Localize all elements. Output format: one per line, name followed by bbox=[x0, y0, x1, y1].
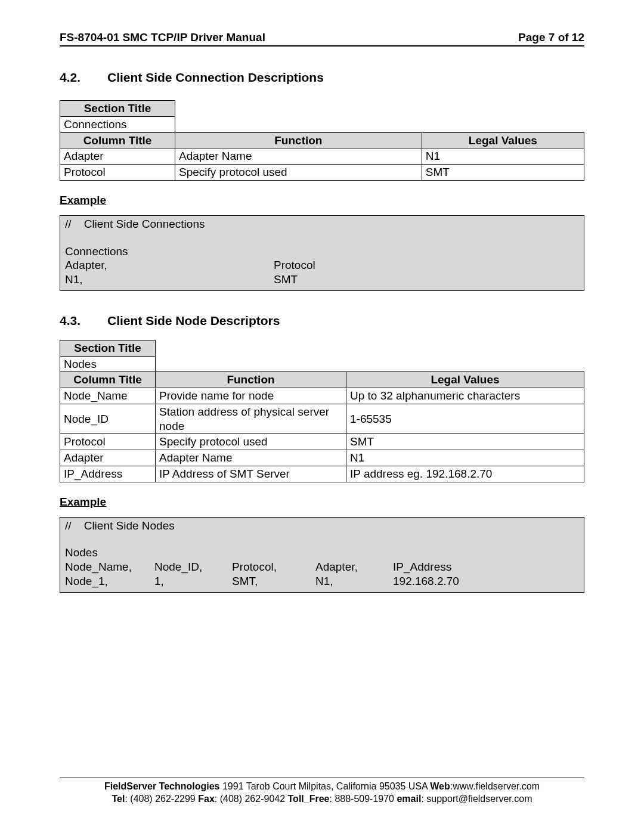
example-value: SMT bbox=[274, 272, 453, 287]
example-value: Node_1, bbox=[65, 574, 154, 589]
footer-tel-label: Tel bbox=[112, 794, 125, 804]
cell: Adapter bbox=[60, 450, 156, 466]
example-value: N1, bbox=[315, 574, 393, 589]
example-header: Node_Name, bbox=[65, 560, 154, 574]
cell: IP address eg. 192.168.2.70 bbox=[346, 466, 584, 482]
col-header-function: Function bbox=[175, 132, 422, 148]
example-comment: // Client Side Connections bbox=[65, 217, 579, 231]
cell: Provide name for node bbox=[156, 388, 346, 404]
cell: Node_Name bbox=[60, 388, 156, 404]
cell: SMT bbox=[346, 434, 584, 450]
cell: Protocol bbox=[60, 434, 156, 450]
nodes-definition-table: Section Title Nodes Column Title Functio… bbox=[60, 340, 584, 482]
col-header-legal-values: Legal Values bbox=[422, 132, 584, 148]
footer-company: FieldServer Technologies bbox=[104, 781, 220, 791]
section-number: 4.2. bbox=[60, 70, 107, 85]
cell: IP Address of SMT Server bbox=[156, 466, 346, 482]
example-header: Protocol bbox=[274, 258, 453, 272]
example-value: N1, bbox=[65, 272, 274, 287]
example-header: Adapter, bbox=[315, 560, 393, 574]
table-row: Node_Name Provide name for node Up to 32… bbox=[60, 388, 584, 404]
col-header-function: Function bbox=[156, 372, 346, 388]
page-footer: FieldServer Technologies 1991 Tarob Cour… bbox=[60, 778, 584, 806]
footer-email-label: email bbox=[397, 794, 421, 804]
section-title: Client Side Connection Descriptions bbox=[107, 70, 324, 85]
footer-web-label: Web bbox=[430, 781, 450, 791]
cell: Adapter Name bbox=[175, 148, 422, 165]
example-value: 1, bbox=[154, 574, 232, 589]
cell: Station address of physical server node bbox=[156, 404, 346, 434]
example-heading: Example bbox=[60, 194, 584, 207]
section-heading-4-3: 4.3. Client Side Node Descriptors bbox=[60, 314, 584, 328]
cell: N1 bbox=[346, 450, 584, 466]
example-header: Node_ID, bbox=[154, 560, 232, 574]
cell: 1-65535 bbox=[346, 404, 584, 434]
table-row: Node_ID Station address of physical serv… bbox=[60, 404, 584, 434]
cell: IP_Address bbox=[60, 466, 156, 482]
footer-toll-label: Toll_Free bbox=[288, 794, 330, 804]
section-title-value: Nodes bbox=[60, 356, 156, 372]
section-title-header: Section Title bbox=[60, 340, 156, 356]
example-value: 192.168.2.70 bbox=[393, 574, 579, 589]
connections-example-box: // Client Side Connections Connections A… bbox=[60, 215, 584, 291]
section-title: Client Side Node Descriptors bbox=[107, 314, 280, 328]
table-row: IP_Address IP Address of SMT Server IP a… bbox=[60, 466, 584, 482]
section-heading-4-2: 4.2. Client Side Connection Descriptions bbox=[60, 70, 584, 85]
page-number: Page 7 of 12 bbox=[518, 31, 584, 44]
example-section: Nodes bbox=[65, 546, 579, 560]
cell: Specify protocol used bbox=[156, 434, 346, 450]
example-comment: // Client Side Nodes bbox=[65, 519, 579, 533]
cell: Node_ID bbox=[60, 404, 156, 434]
example-header: Protocol, bbox=[232, 560, 315, 574]
page-header: FS-8704-01 SMC TCP/IP Driver Manual Page… bbox=[60, 31, 584, 47]
cell: Adapter Name bbox=[156, 450, 346, 466]
section-title-header: Section Title bbox=[60, 101, 175, 117]
col-header-column-title: Column Title bbox=[60, 372, 156, 388]
cell: Protocol bbox=[60, 165, 175, 181]
example-heading: Example bbox=[60, 496, 584, 509]
table-row: Adapter Adapter Name N1 bbox=[60, 450, 584, 466]
footer-address: 1991 Tarob Court Milpitas, California 95… bbox=[220, 781, 431, 791]
table-row: Protocol Specify protocol used SMT bbox=[60, 434, 584, 450]
connections-definition-table: Section Title Connections Column Title F… bbox=[60, 100, 584, 181]
cell: Adapter bbox=[60, 148, 175, 165]
footer-fax-value: : (408) 262-9042 bbox=[215, 794, 288, 804]
nodes-example-box: // Client Side Nodes Nodes Node_Name, No… bbox=[60, 517, 584, 593]
section-number: 4.3. bbox=[60, 314, 107, 328]
footer-email-value: : support@fieldserver.com bbox=[421, 794, 532, 804]
example-section: Connections bbox=[65, 244, 579, 259]
col-header-legal-values: Legal Values bbox=[346, 372, 584, 388]
footer-tel-value: : (408) 262-2299 bbox=[125, 794, 198, 804]
cell: Up to 32 alphanumeric characters bbox=[346, 388, 584, 404]
example-value: SMT, bbox=[232, 574, 315, 589]
table-row: Adapter Adapter Name N1 bbox=[60, 148, 584, 165]
example-header: Adapter, bbox=[65, 258, 274, 272]
doc-title: FS-8704-01 SMC TCP/IP Driver Manual bbox=[60, 31, 265, 44]
col-header-column-title: Column Title bbox=[60, 132, 175, 148]
cell: N1 bbox=[422, 148, 584, 165]
cell: SMT bbox=[422, 165, 584, 181]
cell: Specify protocol used bbox=[175, 165, 422, 181]
footer-toll-value: : 888-509-1970 bbox=[329, 794, 397, 804]
example-header: IP_Address bbox=[393, 560, 579, 574]
page: FS-8704-01 SMC TCP/IP Driver Manual Page… bbox=[0, 0, 644, 833]
footer-fax-label: Fax bbox=[198, 794, 215, 804]
footer-web-value: :www.fieldserver.com bbox=[450, 781, 540, 791]
section-title-value: Connections bbox=[60, 116, 175, 132]
table-row: Protocol Specify protocol used SMT bbox=[60, 165, 584, 181]
